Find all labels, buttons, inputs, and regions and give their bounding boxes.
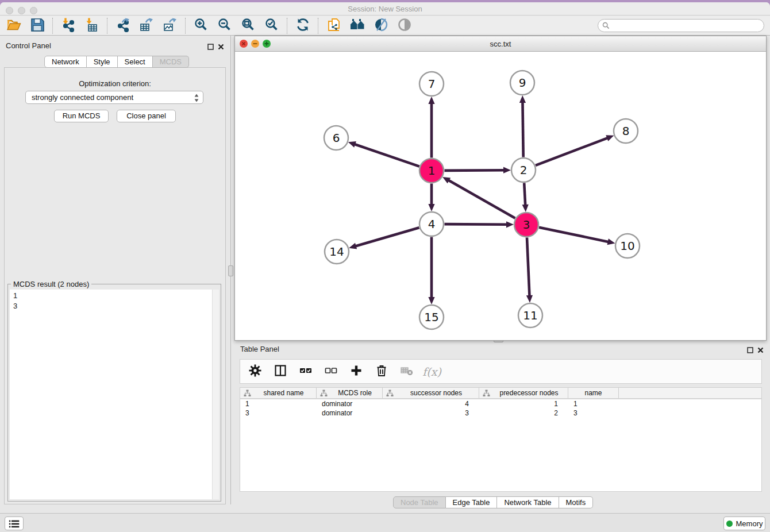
settings-button[interactable] [247,364,263,379]
zoom-fit-button[interactable] [240,18,256,33]
table-panel-close-button[interactable] [757,346,764,353]
zoom-selected-button[interactable] [264,18,279,33]
mcds-result-group: MCDS result (2 nodes) 13 [7,284,221,502]
status-bar: Memory [0,513,770,532]
result-scrollbar[interactable] [212,290,219,499]
graph-edge-2-8[interactable] [536,138,608,165]
tab-select[interactable]: Select [118,56,153,68]
graph-node-11[interactable]: 11 [518,303,542,327]
table-cell[interactable]: dominator [317,408,383,418]
graph-edge-2-9[interactable] [522,102,523,157]
delete-row-button[interactable] [374,364,389,379]
task-history-button[interactable] [5,516,24,530]
graph-edge-arrow-2-9 [519,95,526,103]
tab-mcds[interactable]: MCDS [153,56,189,68]
refresh-layout-button[interactable] [295,18,310,33]
export-network-button[interactable] [115,18,130,33]
mcds-result-textarea[interactable]: 13 [10,290,219,499]
mcds-result-title: MCDS result (2 nodes) [11,280,91,288]
graph-node-9[interactable]: 9 [510,71,534,95]
duplicate-network-icon [326,17,341,34]
table-cell[interactable]: 1 [240,399,317,408]
table-cell[interactable]: 1 [568,399,619,408]
mcds-result-line: 3 [13,301,17,311]
table-cell[interactable]: 3 [240,408,317,418]
graph-edge-1-2[interactable] [444,170,505,171]
graph-node-1[interactable]: 1 [419,159,444,183]
select-all-button[interactable] [298,364,313,379]
search-input[interactable] [612,21,764,31]
refresh-layout-icon [295,17,310,34]
graph-node-15[interactable]: 15 [419,305,444,329]
tab-style[interactable]: Style [87,56,118,68]
tab-motifs[interactable]: Motifs [559,496,594,508]
tab-edge-table[interactable]: Edge Table [446,496,498,508]
vizmapper-button[interactable] [373,18,388,33]
tab-node-table[interactable]: Node Table [393,496,446,508]
table-cell[interactable]: 2 [479,408,568,418]
network-window-titlebar[interactable]: scc.txt [235,36,766,52]
graph-node-14[interactable]: 14 [325,240,349,264]
duplicate-network-button[interactable] [326,18,341,33]
main-toolbar [0,16,770,36]
show-graphics-details-button[interactable] [396,18,412,33]
table-cell[interactable]: dominator [317,399,383,408]
graph-node-3[interactable]: 3 [514,213,538,237]
graph-node-7[interactable]: 7 [419,72,444,96]
mcds-result-line: 1 [13,291,17,301]
control-panel-close-button[interactable] [217,43,225,50]
column-header-successor-nodes[interactable]: successor nodes [383,388,479,398]
graph-edge-4-14[interactable] [355,228,419,246]
import-network-button[interactable] [60,18,76,33]
open-session-button[interactable] [6,18,21,33]
zoom-in-button[interactable] [193,18,209,33]
network-canvas[interactable]: 7968124314101511 [235,52,766,340]
export-image-button[interactable] [162,18,178,33]
split-panel-button[interactable] [272,364,288,379]
column-header-predecessor-nodes[interactable]: predecessor nodes [479,388,568,398]
table-row[interactable]: 3dominator323 [240,408,761,418]
cyndex-browser-button[interactable] [349,18,365,33]
vizmapper-icon [374,17,388,34]
search-field[interactable] [598,19,764,32]
graph-edge-3-1[interactable] [448,180,515,218]
table-cell[interactable]: 4 [383,399,479,408]
table-cell[interactable]: 3 [568,408,619,418]
zoom-out-button[interactable] [217,18,232,33]
graph-node-2[interactable]: 2 [511,158,536,182]
column-header-shared-name[interactable]: shared name [240,388,317,398]
vertical-splitter-handle[interactable] [228,265,233,276]
graph-node-8[interactable]: 8 [614,119,638,143]
optimization-criterion-select[interactable]: strongly connected component [25,91,203,104]
table-row[interactable]: 1dominator411 [240,399,761,408]
graph-node-10[interactable]: 10 [615,234,640,258]
column-header-MCDS-role[interactable]: MCDS role [317,388,383,398]
table-cell[interactable]: 3 [383,408,479,418]
graph-node-6[interactable]: 6 [324,126,348,150]
tab-network-table[interactable]: Network Table [497,496,559,508]
close-panel-button[interactable]: Close panel [117,110,176,122]
graph-edge-3-11[interactable] [527,237,530,296]
control-panel-float-button[interactable] [207,43,214,50]
column-label: predecessor nodes [490,389,568,397]
graph-edge-2-3[interactable] [524,183,525,206]
run-mcds-button[interactable]: Run MCDS [54,110,109,122]
add-row-button[interactable] [348,364,364,379]
graph-node-4[interactable]: 4 [419,212,444,236]
import-table-button[interactable] [84,18,99,33]
memory-button[interactable]: Memory [723,516,765,530]
import-network-icon [61,17,76,34]
graph-edge-1-6[interactable] [354,144,419,167]
deselect-all-button[interactable] [323,364,338,379]
tab-network[interactable]: Network [44,56,87,68]
export-table-button[interactable] [138,18,154,33]
table-cell[interactable]: 1 [479,399,568,408]
save-session-button[interactable] [29,18,45,33]
table-panel-float-button[interactable] [746,346,754,353]
column-header-name[interactable]: name [568,388,619,398]
graph-edge-3-10[interactable] [539,228,609,242]
graph-node-label: 8 [622,124,630,138]
table-toolbar: f(x) [240,359,762,384]
toolbar-separator [318,18,318,34]
graph-edge-4-3[interactable] [444,224,507,225]
